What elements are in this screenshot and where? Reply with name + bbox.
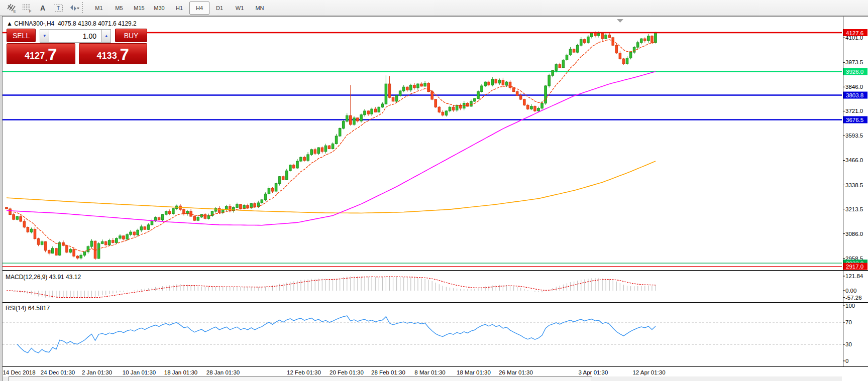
time-axis-label: 18 Jan 01:30 bbox=[164, 369, 198, 375]
rsi-axis-label: 0 bbox=[845, 358, 848, 364]
time-axis-label: 18 Mar 01:30 bbox=[457, 369, 491, 375]
time-axis-label: 14 Dec 2018 bbox=[3, 369, 35, 375]
chart-window: 4101.03973.53846.03721.03593.53466.03338… bbox=[2, 16, 868, 381]
timeframe-button-d1[interactable]: D1 bbox=[209, 2, 230, 15]
timeframe-bar: M1M5M15M30H1H4D1W1MN bbox=[89, 2, 270, 14]
price-axis-label: 3466.0 bbox=[845, 157, 863, 163]
time-axis-label: 28 Jan 01:30 bbox=[206, 369, 240, 375]
toolbar: M1M5M15M30H1H4D1W1MN EFAT bbox=[0, 0, 868, 16]
toolbar-separator bbox=[82, 2, 86, 13]
rsi-axis-label: 30 bbox=[845, 341, 852, 347]
price-axis-label: 3086.0 bbox=[845, 231, 863, 237]
time-axis-label: 10 Jan 01:30 bbox=[123, 369, 156, 375]
svg-text:F: F bbox=[29, 9, 31, 14]
text-label-icon[interactable]: A bbox=[35, 1, 50, 15]
horizontal-scrollbar bbox=[3, 376, 842, 381]
chevron-up-icon: ▲ bbox=[104, 34, 108, 38]
chart-canvas[interactable]: 4101.03973.53846.03721.03593.53466.03338… bbox=[3, 17, 868, 381]
collapse-arrow-icon[interactable]: ▲ bbox=[7, 20, 13, 27]
buy-price-main: 4133 bbox=[97, 49, 117, 62]
buy-price-dot: . bbox=[118, 54, 120, 62]
svg-text:E: E bbox=[13, 9, 16, 14]
time-axis-label: 8 Mar 01:30 bbox=[414, 369, 445, 375]
timeframe-button-h4[interactable]: H4 bbox=[189, 2, 209, 15]
text-box-icon[interactable]: T bbox=[51, 1, 65, 15]
time-axis-label: 12 Feb 01:30 bbox=[287, 369, 321, 375]
buy-button[interactable]: BUY bbox=[115, 29, 147, 42]
timeframe-button-w1[interactable]: W1 bbox=[230, 2, 250, 15]
price-axis-label: 3846.0 bbox=[845, 84, 863, 90]
volume-decrease-button[interactable]: ▼ bbox=[40, 29, 49, 43]
macd-indicator-label: MACD(12,26,9) 43.91 43.12 bbox=[6, 274, 81, 281]
price-axis-label: 3338.5 bbox=[845, 182, 863, 188]
sell-price-pips: 7 bbox=[48, 47, 57, 62]
time-axis-label: 12 Apr 01:30 bbox=[632, 369, 665, 375]
macd-axis-label: 0.00 bbox=[845, 288, 856, 294]
buy-price-pips: 7 bbox=[120, 47, 129, 62]
fibo-grid-icon: F bbox=[22, 3, 33, 14]
expert-hatch-icon: E bbox=[6, 3, 17, 14]
macd-axis-label: 121.84 bbox=[845, 273, 863, 279]
time-axis-label: 26 Mar 01:30 bbox=[499, 369, 533, 375]
volume-input[interactable] bbox=[49, 29, 101, 43]
svg-text:T: T bbox=[56, 6, 59, 11]
timeframe-button-h1[interactable]: H1 bbox=[169, 2, 189, 15]
rsi-axis-label: 70 bbox=[845, 319, 852, 325]
sell-price-main: 4127 bbox=[25, 49, 45, 62]
price-axis-label: 3593.5 bbox=[845, 133, 863, 139]
sell-button[interactable]: SELL bbox=[7, 29, 36, 42]
timeframe-button-m15[interactable]: M15 bbox=[129, 2, 149, 15]
rsi-axis-label: 100 bbox=[845, 303, 855, 309]
timeframe-button-m5[interactable]: M5 bbox=[109, 2, 129, 15]
time-axis-label: 24 Dec 01:30 bbox=[41, 369, 75, 375]
price-axis-label: 3213.5 bbox=[845, 206, 863, 212]
arrange-objects-icon bbox=[68, 3, 79, 14]
text-label-icon: A bbox=[37, 3, 48, 14]
buy-price-display[interactable]: 4133.7 bbox=[79, 43, 148, 64]
chart-title: ▲ CHINA300-,H4 4075.8 4130.8 4071.6 4129… bbox=[7, 20, 137, 27]
timeframe-button-m1[interactable]: M1 bbox=[89, 2, 109, 15]
timeframe-button-mn[interactable]: MN bbox=[250, 2, 270, 15]
one-click-trading-panel: SELL ▼ ▲ BUY 4127.7 4133.7 bbox=[7, 29, 147, 64]
text-box-icon: T bbox=[53, 3, 64, 14]
symbol-period-label: CHINA300-,H4 bbox=[14, 20, 54, 27]
fibo-grid-icon[interactable]: F bbox=[20, 1, 34, 15]
price-axis-label: 3973.5 bbox=[845, 59, 863, 65]
price-badge-label: 3803.8 bbox=[846, 92, 863, 98]
macd-axis-label: -57.26 bbox=[845, 295, 862, 301]
price-badge-label: 3676.5 bbox=[846, 117, 863, 123]
time-axis-label: 2 Jan 01:30 bbox=[82, 369, 112, 375]
ohlc-values: 4075.8 4130.8 4071.6 4129.2 bbox=[58, 20, 137, 27]
rsi-indicator-label: RSI(14) 64.5817 bbox=[6, 305, 50, 312]
sell-price-dot: . bbox=[45, 54, 47, 62]
horizontal-scrollbar-thumb[interactable] bbox=[9, 376, 592, 381]
arrange-objects-icon[interactable] bbox=[66, 1, 81, 15]
expert-hatch-icon[interactable]: E bbox=[4, 1, 19, 15]
price-badge-label: 3926.0 bbox=[846, 69, 863, 75]
price-badge-label: 4127.6 bbox=[846, 30, 863, 36]
sell-price-display[interactable]: 4127.7 bbox=[7, 43, 75, 64]
time-axis-label: 3 Apr 01:30 bbox=[579, 369, 608, 375]
panel-background bbox=[3, 17, 868, 366]
timeframe-button-m30[interactable]: M30 bbox=[149, 2, 169, 15]
time-axis-label: 28 Feb 01:30 bbox=[371, 369, 405, 375]
price-axis-label: 3721.0 bbox=[845, 108, 863, 114]
svg-text:A: A bbox=[40, 4, 45, 12]
price-badge-label: 2917.0 bbox=[846, 264, 863, 270]
time-axis-label: 20 Feb 01:30 bbox=[330, 369, 364, 375]
chevron-down-icon: ▼ bbox=[43, 34, 47, 38]
volume-increase-button[interactable]: ▲ bbox=[101, 29, 111, 43]
